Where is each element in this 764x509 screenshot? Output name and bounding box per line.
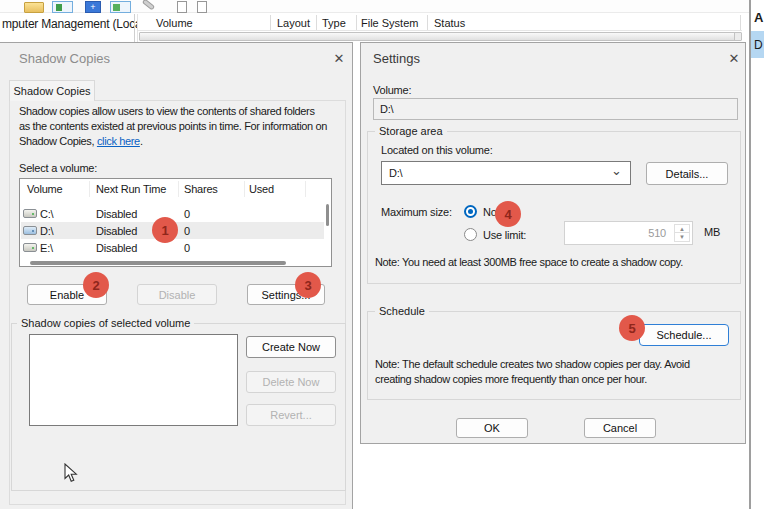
volume-label: Volume: (373, 84, 411, 96)
column-header-filesystem[interactable]: File System (361, 17, 418, 29)
table-vertical-scrollbar[interactable] (326, 204, 329, 226)
enable-button-label: Enable (50, 289, 84, 301)
schedule-note-line1: Note: The default schedule creates two s… (375, 358, 690, 370)
close-icon[interactable]: ✕ (724, 50, 744, 67)
close-icon[interactable]: ✕ (329, 50, 349, 67)
table-column-separator[interactable] (178, 181, 179, 197)
cancel-button[interactable]: Cancel (584, 418, 656, 438)
mb-unit-label: MB (704, 226, 720, 238)
list-scrollbar-cap[interactable] (734, 33, 741, 40)
description-line2: as the contents existed at previous poin… (19, 120, 327, 132)
column-header-status[interactable]: Status (434, 17, 465, 29)
annotation-circle-2: 2 (83, 272, 109, 298)
no-limit-radio[interactable] (464, 205, 477, 218)
console-tree-icon-glyph (56, 4, 62, 11)
table-column-separator[interactable] (244, 181, 245, 197)
shadow-dialog-title: Shadow Copies (19, 51, 110, 66)
details-button-label: Details... (666, 168, 709, 180)
disable-button[interactable]: Disable (137, 284, 217, 305)
cell-volume: C:\ (40, 208, 53, 220)
ok-button[interactable]: OK (456, 418, 528, 438)
folder-icon[interactable] (24, 2, 44, 13)
combobox-value: D:\ (389, 167, 402, 179)
wrench-icon[interactable] (142, 0, 155, 10)
limit-spinner[interactable]: 510 ▲ ▼ (564, 221, 693, 245)
drive-icon (23, 209, 37, 218)
schedule-button[interactable]: Schedule... (639, 324, 729, 346)
cell-volume: E:\ (40, 242, 53, 254)
column-separator[interactable] (427, 15, 428, 30)
column-separator[interactable] (270, 15, 271, 30)
select-volume-label: Select a volume: (19, 162, 97, 174)
table-header-shares[interactable]: Shares (184, 183, 218, 195)
column-header-type[interactable]: Type (322, 17, 346, 29)
tree-item-computer-management[interactable]: mputer Management (Local (2, 17, 144, 31)
annotation-circle-5: 5 (619, 315, 645, 341)
doc-icon-2[interactable] (197, 1, 207, 13)
spin-down-icon[interactable]: ▼ (675, 233, 689, 241)
table-column-separator[interactable] (89, 181, 90, 197)
use-limit-label: Use limit: (483, 229, 526, 241)
column-separator[interactable] (740, 15, 741, 30)
column-separator[interactable] (316, 15, 317, 30)
spin-up-icon[interactable]: ▲ (675, 225, 689, 233)
settings-dialog: Settings ✕ Volume: D:\ Storage area Loca… (360, 42, 746, 444)
disable-button-label: Disable (159, 289, 196, 301)
schedule-group-label: Schedule (375, 305, 429, 317)
actions-panel-selected-item[interactable]: D (751, 31, 764, 58)
tab-shadow-copies[interactable]: Shadow Copies (9, 80, 95, 101)
maximum-size-label: Maximum size: (381, 206, 452, 218)
table-horizontal-scrollbar[interactable] (30, 261, 286, 265)
drive-icon (23, 243, 37, 252)
use-limit-radio[interactable] (464, 228, 477, 241)
annotation-circle-3: 3 (295, 272, 321, 298)
storage-area-group-label: Storage area (375, 125, 447, 137)
create-now-button[interactable]: Create Now (246, 336, 336, 358)
cell-shares: 0 (184, 208, 190, 220)
doc-icon[interactable] (177, 1, 187, 13)
chevron-down-icon[interactable]: ⌄ (611, 163, 622, 178)
description-line3-suffix: . (140, 135, 143, 147)
shadow-copies-group-label: Shadow copies of selected volume (17, 317, 194, 329)
revert-button[interactable]: Revert... (246, 404, 336, 426)
column-header-volume[interactable]: Volume (156, 17, 193, 29)
create-now-label: Create Now (262, 341, 320, 353)
schedule-note-line2: creating shadow copies more frequently t… (375, 373, 647, 385)
annotation-circle-4: 4 (495, 201, 521, 227)
computer-management-window: + mputer Management (Local Volume Layout… (0, 0, 764, 509)
shadow-copies-listbox[interactable] (29, 334, 238, 426)
cell-next-run: Disabled (96, 242, 137, 254)
limit-spinner-value: 510 (648, 227, 666, 239)
cell-next-run: Disabled (96, 225, 137, 237)
storage-note: Note: You need at least 300MB free space… (375, 256, 683, 268)
table-header-next-run[interactable]: Next Run Time (96, 183, 166, 195)
spinner-buttons[interactable]: ▲ ▼ (674, 224, 690, 242)
volume-field: D:\ (373, 98, 738, 120)
volume-field-value: D:\ (380, 103, 393, 115)
console-window-icon[interactable] (110, 1, 131, 13)
details-button[interactable]: Details... (646, 162, 728, 185)
annotation-circle-1: 1 (152, 217, 178, 243)
revert-label: Revert... (270, 409, 312, 421)
tab-label: Shadow Copies (13, 85, 90, 97)
toolbar: + (0, 0, 764, 13)
cancel-button-label: Cancel (603, 422, 637, 434)
list-scrollbar[interactable] (139, 32, 742, 41)
table-column-separator[interactable] (305, 181, 306, 197)
tree-panel-divider[interactable] (134, 14, 135, 42)
description-line1: Shadow copies allow users to view the co… (19, 105, 315, 117)
column-header-layout[interactable]: Layout (277, 17, 310, 29)
table-row-e[interactable]: E:\ Disabled 0 (21, 239, 324, 256)
add-snapin-icon[interactable]: + (85, 1, 101, 13)
table-header-used[interactable]: Used (249, 183, 274, 195)
click-here-link[interactable]: click here (97, 135, 140, 147)
table-header-volume[interactable]: Volume (27, 183, 63, 195)
shadow-copies-dialog: Shadow Copies ✕ Shadow Copies Shadow cop… (0, 42, 353, 509)
console-tree-icon[interactable] (52, 1, 73, 13)
volume-combobox[interactable]: D:\ ⌄ (381, 161, 631, 185)
mouse-cursor (64, 463, 78, 483)
console-window-icon-glyph (113, 4, 120, 11)
actions-panel: A D (751, 0, 764, 509)
column-separator[interactable] (356, 15, 357, 30)
delete-now-button[interactable]: Delete Now (246, 371, 336, 393)
